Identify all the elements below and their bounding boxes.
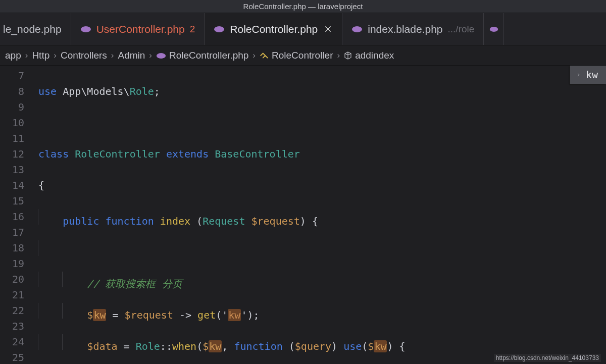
- breadcrumb-file[interactable]: RoleController.php: [169, 50, 248, 61]
- tab-le-node[interactable]: le_node.php: [0, 13, 71, 45]
- line-number: 16: [0, 209, 24, 225]
- line-number: 19: [0, 256, 24, 272]
- line-number: 9: [0, 99, 24, 115]
- line-number: 15: [0, 193, 24, 209]
- line-number: 20: [0, 272, 24, 287]
- php-file-icon: [351, 24, 363, 34]
- line-number: 25: [0, 350, 24, 364]
- line-gutter: 78910111213141516171819202122232425: [0, 66, 34, 364]
- tab-bar: le_node.php UserController.php 2 RoleCon…: [0, 13, 606, 45]
- class-symbol-icon: [260, 50, 269, 61]
- svg-point-4: [157, 53, 166, 59]
- line-number: 13: [0, 162, 24, 178]
- line-number: 21: [0, 287, 24, 303]
- svg-point-3: [490, 27, 498, 32]
- method-symbol-icon: [344, 50, 352, 61]
- php-file-icon: [80, 24, 91, 34]
- breadcrumb-item[interactable]: Http: [32, 50, 49, 61]
- breadcrumb-item[interactable]: Controllers: [61, 50, 107, 61]
- breadcrumb-item[interactable]: app: [5, 50, 21, 61]
- find-query-text: kw: [586, 69, 598, 81]
- chevron-right-icon: ›: [337, 50, 340, 61]
- window-title: RoleController.php — laravelproject: [0, 0, 606, 13]
- chevron-right-icon: ›: [25, 50, 28, 61]
- line-number: 11: [0, 131, 24, 146]
- line-number: 8: [0, 84, 24, 99]
- tab-overflow[interactable]: [484, 13, 504, 45]
- php-file-icon: [156, 51, 166, 60]
- tab-label: RoleController.php: [230, 23, 318, 35]
- tab-index-blade[interactable]: index.blade.php .../role: [342, 13, 484, 45]
- breadcrumb: app › Http › Controllers › Admin › RoleC…: [0, 45, 606, 66]
- line-number: 14: [0, 178, 24, 193]
- line-number: 22: [0, 303, 24, 319]
- tab-path-suffix: .../role: [448, 24, 475, 35]
- chevron-right-icon: ›: [252, 50, 256, 61]
- line-number: 10: [0, 115, 24, 131]
- close-icon[interactable]: [323, 24, 333, 34]
- breadcrumb-item[interactable]: Admin: [118, 50, 145, 61]
- svg-point-1: [214, 26, 224, 32]
- line-number: 18: [0, 240, 24, 256]
- line-number: 12: [0, 146, 24, 162]
- line-number: 23: [0, 319, 24, 334]
- watermark-text: https://blog.csdn.net/weixin_44103733: [494, 354, 601, 362]
- code-editor[interactable]: 78910111213141516171819202122232425 use …: [0, 66, 606, 364]
- svg-point-2: [352, 26, 362, 32]
- tab-label: le_node.php: [3, 23, 62, 35]
- chevron-right-icon[interactable]: ›: [576, 70, 581, 79]
- line-number: 7: [0, 68, 24, 84]
- php-file-icon: [489, 24, 498, 34]
- tab-label: UserController.php: [96, 23, 185, 35]
- chevron-right-icon: ›: [149, 50, 152, 61]
- chevron-right-icon: ›: [54, 50, 57, 61]
- tab-usercontroller[interactable]: UserController.php 2: [71, 13, 205, 45]
- svg-point-0: [81, 26, 91, 32]
- line-number: 17: [0, 225, 24, 240]
- breadcrumb-method[interactable]: addindex: [355, 50, 394, 61]
- breadcrumb-symbol[interactable]: RoleController: [272, 50, 333, 61]
- code-content[interactable]: use App\Models\Role; class RoleControlle…: [34, 66, 606, 364]
- find-widget[interactable]: › kw: [570, 66, 606, 84]
- tab-label: index.blade.php: [368, 23, 442, 35]
- php-file-icon: [214, 24, 225, 34]
- chevron-right-icon: ›: [111, 50, 114, 61]
- tab-rolecontroller[interactable]: RoleController.php: [205, 13, 342, 45]
- line-number: 24: [0, 334, 24, 350]
- tab-modified-badge: 2: [190, 24, 195, 35]
